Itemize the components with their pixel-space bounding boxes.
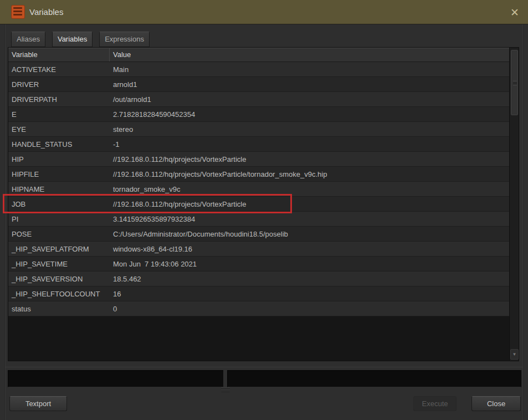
variable-name-cell: HANDLE_STATUS — [8, 140, 109, 148]
table-row[interactable]: DRIVERarnold1 — [8, 77, 509, 92]
execute-button[interactable]: Execute — [413, 396, 457, 411]
variable-name-cell: _HIP_SAVEVERSION — [8, 275, 109, 283]
scrollbar-down-arrow-icon[interactable]: ▼ — [510, 349, 519, 360]
variable-name-cell: HIPNAME — [8, 185, 109, 193]
variable-value-cell: 3.1415926535897932384 — [109, 215, 509, 223]
table-body: ACTIVETAKEMain DRIVERarnold1 DRIVERPATH/… — [8, 62, 509, 316]
scrollbar-thumb[interactable] — [511, 50, 518, 115]
table-row[interactable]: _HIP_SHELFTOOLCOUNT16 — [8, 286, 509, 301]
variable-name-cell: JOB — [8, 200, 109, 208]
table-row[interactable]: HIPNAMEtornador_smoke_v9c — [8, 182, 509, 197]
variable-value-cell: 16 — [109, 290, 509, 298]
table-row[interactable]: _HIP_SAVETIMEMon Jun 7 19:43:06 2021 — [8, 257, 509, 272]
scrollbar-thumb-grip — [513, 81, 517, 85]
input-splitter[interactable] — [223, 370, 227, 387]
variable-name-cell: E — [8, 110, 109, 119]
variable-value-cell: //192.168.0.112/hq/projects/VortexPartic… — [109, 170, 509, 178]
variable-name-cell: POSE — [8, 230, 109, 238]
tab-bar: Aliases Variables Expressions — [11, 32, 150, 47]
variable-value-cell: /out/arnold1 — [109, 95, 509, 104]
table-row[interactable]: HIP//192.168.0.112/hq/projects/VortexPar… — [8, 152, 509, 167]
command-input-right[interactable] — [227, 370, 521, 387]
variable-name-cell: ACTIVETAKE — [8, 65, 109, 74]
close-button[interactable]: Close — [471, 396, 521, 411]
variable-value-cell: -1 — [109, 140, 509, 148]
table-row[interactable]: _HIP_SAVEPLATFORMwindows-x86_64-cl19.16 — [8, 242, 509, 257]
variable-value-cell: windows-x86_64-cl19.16 — [109, 245, 509, 253]
tab-variables[interactable]: Variables — [52, 32, 93, 47]
table-row[interactable]: DRIVERPATH/out/arnold1 — [8, 92, 509, 107]
variable-name-cell: DRIVERPATH — [8, 95, 109, 104]
variable-name-cell: _HIP_SAVEPLATFORM — [8, 245, 109, 253]
table-row[interactable]: ACTIVETAKEMain — [8, 62, 509, 77]
variable-name-cell: _HIP_SAVETIME — [8, 260, 109, 268]
column-header-value[interactable]: Value — [109, 48, 509, 62]
table-row[interactable]: PI3.1415926535897932384 — [8, 212, 509, 227]
variable-value-cell: Mon Jun 7 19:43:06 2021 — [109, 260, 509, 268]
close-icon[interactable]: ✕ — [507, 4, 522, 20]
variable-value-cell: //192.168.0.112/hq/projects/VortexPartic… — [109, 200, 509, 208]
table-row-job-highlighted[interactable]: JOB//192.168.0.112/hq/projects/VortexPar… — [8, 197, 509, 212]
frame-bevel-left — [4, 24, 5, 420]
variable-name-cell: DRIVER — [8, 80, 109, 89]
textport-button[interactable]: Textport — [9, 396, 67, 411]
titlebar[interactable]: Variables ✕ — [0, 0, 528, 24]
pane-divider-line — [5, 367, 523, 367]
table-row[interactable]: E2.7182818284590452354 — [8, 107, 509, 122]
variable-value-cell: 2.7182818284590452354 — [109, 110, 509, 119]
command-input-left[interactable] — [8, 370, 224, 387]
variable-value-cell: arnold1 — [109, 80, 509, 89]
vertical-scrollbar[interactable]: ▼ — [509, 48, 519, 361]
table-row[interactable]: HIPFILE//192.168.0.112/hq/projects/Vorte… — [8, 167, 509, 182]
variable-name-cell: HIPFILE — [8, 170, 109, 178]
variable-value-cell: Main — [109, 65, 509, 74]
variable-value-cell: 0 — [109, 305, 509, 313]
window-title: Variables — [29, 0, 63, 24]
splitter-grip-handle[interactable] — [221, 387, 230, 392]
variable-value-cell: stereo — [109, 125, 509, 134]
table-row[interactable]: status0 — [8, 301, 509, 316]
variable-name-cell: HIP — [8, 155, 109, 163]
variables-table: Variable Value ACTIVETAKEMain DRIVERarno… — [8, 47, 519, 361]
table-header: Variable Value — [8, 48, 509, 62]
variables-dialog-icon — [11, 5, 25, 19]
table-row[interactable]: _HIP_SAVEVERSION18.5.462 — [8, 272, 509, 286]
tab-aliases[interactable]: Aliases — [11, 32, 45, 47]
tab-expressions[interactable]: Expressions — [99, 32, 150, 47]
variable-value-cell: tornador_smoke_v9c — [109, 185, 509, 193]
table-row[interactable]: EYEstereo — [8, 122, 509, 137]
variables-dialog: Variables ✕ Aliases Variables Expression… — [0, 0, 528, 420]
frame-bevel-right — [523, 24, 524, 420]
variable-value-cell: //192.168.0.112/hq/projects/VortexPartic… — [109, 155, 509, 163]
variable-value-cell: C:/Users/Administrator/Documents/houdini… — [109, 230, 509, 238]
variable-name-cell: status — [8, 305, 109, 313]
table-row[interactable]: POSEC:/Users/Administrator/Documents/hou… — [8, 227, 509, 242]
table-row[interactable]: HANDLE_STATUS-1 — [8, 137, 509, 152]
variable-name-cell: EYE — [8, 125, 109, 134]
variable-value-cell: 18.5.462 — [109, 275, 509, 283]
variable-name-cell: PI — [8, 215, 109, 223]
variable-name-cell: _HIP_SHELFTOOLCOUNT — [8, 290, 109, 298]
column-header-variable[interactable]: Variable — [8, 48, 109, 62]
